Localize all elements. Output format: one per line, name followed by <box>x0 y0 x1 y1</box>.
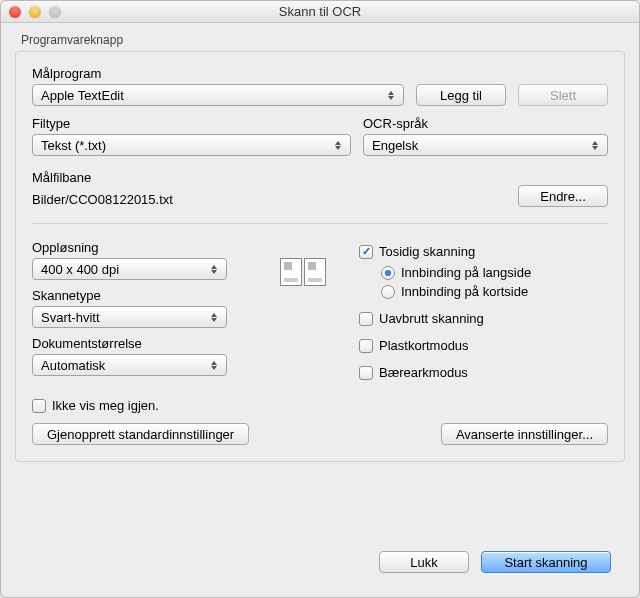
radio-icon <box>381 266 395 280</box>
section-divider <box>32 223 608 224</box>
radio-icon <box>381 285 395 299</box>
dont-show-label: Ikke vis meg igjen. <box>52 398 159 413</box>
delete-button: Slett <box>518 84 608 106</box>
target-app-select[interactable]: Apple TextEdit <box>32 84 404 106</box>
settings-frame: Målprogram Apple TextEdit Legg til Slett… <box>15 51 625 462</box>
chevron-updown-icon <box>206 307 222 327</box>
target-app-label: Målprogram <box>32 66 404 81</box>
resolution-label: Oppløsning <box>32 240 227 255</box>
continuous-checkbox[interactable]: Uavbrutt skanning <box>359 311 608 326</box>
page-back-icon <box>304 258 326 286</box>
duplex-checkbox[interactable]: Tosidig skanning <box>359 244 608 259</box>
restore-defaults-button[interactable]: Gjenopprett standardinnstillinger <box>32 423 249 445</box>
continuous-label: Uavbrutt skanning <box>379 311 484 326</box>
doc-size-select[interactable]: Automatisk <box>32 354 227 376</box>
chevron-updown-icon <box>587 135 603 155</box>
short-side-label: Innbinding på kortside <box>401 284 528 299</box>
resolution-select[interactable]: 400 x 400 dpi <box>32 258 227 280</box>
ocr-lang-label: OCR-språk <box>363 116 608 131</box>
scan-type-select[interactable]: Svart-hvitt <box>32 306 227 328</box>
short-side-radio[interactable]: Innbinding på kortside <box>381 284 608 299</box>
chevron-updown-icon <box>206 355 222 375</box>
file-path-value: Bilder/CCO08122015.txt <box>32 192 518 207</box>
chevron-updown-icon <box>206 259 222 279</box>
checkbox-icon <box>359 339 373 353</box>
carrier-sheet-checkbox[interactable]: Bærearkmodus <box>359 365 608 380</box>
target-app-value: Apple TextEdit <box>41 88 124 103</box>
long-side-label: Innbinding på langside <box>401 265 531 280</box>
change-path-button[interactable]: Endre... <box>518 185 608 207</box>
left-controls: Oppløsning 400 x 400 dpi Skannetype Svar… <box>32 240 227 376</box>
long-side-radio[interactable]: Innbinding på langside <box>381 265 608 280</box>
window: Skann til OCR Programvareknapp Målprogra… <box>0 0 640 598</box>
file-type-value: Tekst (*.txt) <box>41 138 106 153</box>
checkbox-icon <box>359 312 373 326</box>
titlebar: Skann til OCR <box>1 1 639 23</box>
footer: Lukk Start skanning <box>15 545 625 585</box>
close-button[interactable]: Lukk <box>379 551 469 573</box>
file-type-select[interactable]: Tekst (*.txt) <box>32 134 351 156</box>
dont-show-checkbox[interactable]: Ikke vis meg igjen. <box>32 398 608 413</box>
ocr-lang-value: Engelsk <box>372 138 418 153</box>
chevron-updown-icon <box>330 135 346 155</box>
checkbox-icon <box>359 366 373 380</box>
duplex-preview-icon <box>277 258 329 286</box>
file-type-label: Filtype <box>32 116 351 131</box>
checkbox-icon <box>359 245 373 259</box>
content: Programvareknapp Målprogram Apple TextEd… <box>1 23 639 597</box>
doc-size-label: Dokumentstørrelse <box>32 336 227 351</box>
group-title: Programvareknapp <box>21 33 625 47</box>
ocr-lang-select[interactable]: Engelsk <box>363 134 608 156</box>
scan-type-value: Svart-hvitt <box>41 310 100 325</box>
page-front-icon <box>280 258 302 286</box>
duplex-label: Tosidig skanning <box>379 244 475 259</box>
start-scan-button[interactable]: Start skanning <box>481 551 611 573</box>
plastic-card-checkbox[interactable]: Plastkortmodus <box>359 338 608 353</box>
carrier-sheet-label: Bærearkmodus <box>379 365 468 380</box>
resolution-value: 400 x 400 dpi <box>41 262 119 277</box>
scan-type-label: Skannetype <box>32 288 227 303</box>
checkbox-icon <box>32 399 46 413</box>
window-title: Skann til OCR <box>1 4 639 19</box>
doc-size-value: Automatisk <box>41 358 105 373</box>
file-path-label: Målfilbane <box>32 170 518 185</box>
plastic-card-label: Plastkortmodus <box>379 338 469 353</box>
right-controls: Tosidig skanning Innbinding på langside … <box>359 244 608 380</box>
chevron-updown-icon <box>383 85 399 105</box>
advanced-settings-button[interactable]: Avanserte innstillinger... <box>441 423 608 445</box>
add-button[interactable]: Legg til <box>416 84 506 106</box>
